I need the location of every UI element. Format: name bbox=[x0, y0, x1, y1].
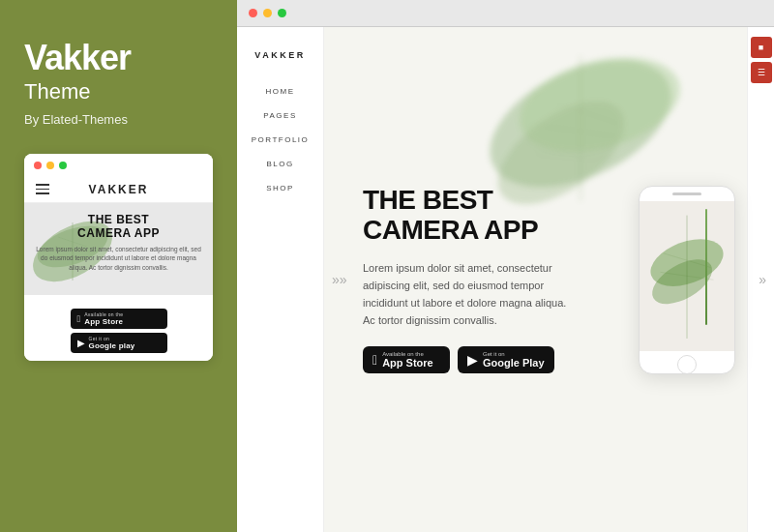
browser-content: VAKKER HOME PAGES PORTFOLIO BLOG SHOP »» bbox=[237, 27, 774, 532]
phone-screen-leaf bbox=[640, 201, 734, 348]
card-app-store-button[interactable]:  Available on the App Store bbox=[71, 309, 167, 329]
right-panel: VAKKER HOME PAGES PORTFOLIO BLOG SHOP »» bbox=[237, 0, 774, 532]
browser-dot-yellow[interactable] bbox=[263, 9, 272, 17]
hero-app-buttons:  Available on the App Store ▶ Get it on… bbox=[363, 346, 576, 373]
brand-subtitle: Theme bbox=[24, 79, 90, 104]
card-nav-bar: VAKKER bbox=[24, 177, 213, 203]
phone-mockup bbox=[639, 186, 735, 374]
card-google-play-button[interactable]: ▶ Get it on Google play bbox=[71, 333, 167, 353]
card-dot-red bbox=[34, 162, 42, 169]
card-dot-green bbox=[59, 162, 67, 169]
hero-title-line2: CAMERA APP bbox=[363, 216, 576, 246]
card-hero-content: THE BEST CAMERA APP Lorem ipsum dolor si… bbox=[24, 203, 213, 272]
hamburger-line-2 bbox=[36, 189, 49, 191]
nav-item-pages[interactable]: PAGES bbox=[237, 103, 323, 128]
apple-icon-small:  bbox=[77, 313, 81, 324]
google-play-icon-large: ▶ bbox=[467, 352, 478, 368]
hero-text-block: THE BEST CAMERA APP Lorem ipsum dolor si… bbox=[363, 186, 576, 373]
phone-home-button[interactable] bbox=[677, 355, 697, 374]
browser-dot-red[interactable] bbox=[249, 9, 257, 17]
brand-title: Vakker bbox=[24, 39, 131, 77]
hero-section: THE BEST CAMERA APP Lorem ipsum dolor si… bbox=[324, 27, 774, 532]
card-hero-desc: Lorem ipsum dolor sit amet, consectetur … bbox=[34, 245, 203, 271]
nav-item-home[interactable]: HOME bbox=[237, 79, 323, 103]
phone-screen bbox=[640, 201, 734, 351]
browser-chrome bbox=[237, 0, 774, 27]
google-play-icon-small: ▶ bbox=[77, 338, 85, 348]
mobile-preview-card: VAKKER THE BEST CAMERA APP Lorem ipsum d… bbox=[24, 154, 213, 361]
site-main: »» THE BEST CAMERA APP Lorem ipsum dolor… bbox=[324, 27, 774, 532]
apple-icon-large:  bbox=[372, 352, 377, 368]
google-play-button[interactable]: ▶ Get it on Google Play bbox=[458, 346, 554, 373]
carousel-next-button[interactable]: » bbox=[759, 272, 766, 287]
google-play-text: Get it on Google Play bbox=[483, 351, 545, 369]
hero-description: Lorem ipsum dolor sit amet, consectetur … bbox=[363, 259, 576, 330]
hero-title-line1: THE BEST bbox=[363, 186, 576, 216]
hamburger-line-1 bbox=[36, 184, 49, 186]
left-panel: Vakker Theme By Elated-Themes VAKKER bbox=[0, 0, 237, 532]
hamburger-icon[interactable] bbox=[36, 184, 49, 194]
brand-author: By Elated-Themes bbox=[24, 112, 128, 127]
app-store-button[interactable]:  Available on the App Store bbox=[363, 346, 450, 373]
card-dots bbox=[24, 154, 213, 177]
app-store-text: Available on the App Store bbox=[382, 351, 433, 369]
site-nav-logo: VAKKER bbox=[237, 43, 323, 79]
card-hero: THE BEST CAMERA APP Lorem ipsum dolor si… bbox=[24, 203, 213, 295]
browser-dot-green[interactable] bbox=[278, 9, 286, 17]
hamburger-line-3 bbox=[36, 192, 49, 194]
card-dot-yellow bbox=[46, 162, 54, 169]
nav-item-blog[interactable]: BLOG bbox=[237, 152, 323, 176]
carousel-prev-button[interactable]: »» bbox=[332, 272, 347, 287]
card-google-play-text: Get it on Google play bbox=[89, 336, 135, 350]
site-nav: VAKKER HOME PAGES PORTFOLIO BLOG SHOP bbox=[237, 27, 324, 532]
phone-speaker bbox=[672, 192, 701, 195]
card-app-store-text: Available on the App Store bbox=[84, 311, 123, 326]
card-hero-title: THE BEST CAMERA APP bbox=[34, 213, 203, 241]
card-brand-logo: VAKKER bbox=[89, 183, 149, 196]
nav-item-shop[interactable]: SHOP bbox=[237, 176, 323, 200]
phone-flower-stem bbox=[705, 209, 707, 325]
card-app-buttons:  Available on the App Store ▶ Get it on… bbox=[24, 303, 213, 361]
hero-title: THE BEST CAMERA APP bbox=[363, 186, 576, 246]
nav-item-portfolio[interactable]: PORTFOLIO bbox=[237, 128, 323, 152]
